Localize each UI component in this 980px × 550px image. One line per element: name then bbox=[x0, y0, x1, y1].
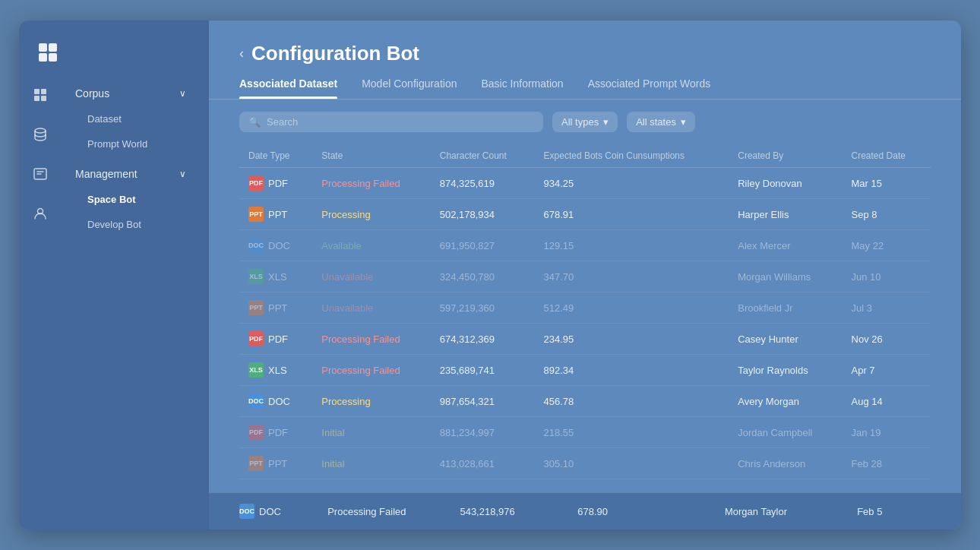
tab-basic-information[interactable]: Basic Information bbox=[481, 77, 563, 99]
cell-state-9: Initial bbox=[312, 448, 430, 479]
cell-created-by-4: Brookfield Jr bbox=[729, 292, 842, 324]
cell-state-8: Initial bbox=[312, 417, 430, 448]
cell-coins-7: 456.78 bbox=[535, 386, 729, 417]
sidebar: Corpus ∨ Dataset Prompt World Management… bbox=[19, 21, 209, 529]
table-body: PDF PDF Processing Failed 874,325,619 93… bbox=[239, 168, 931, 479]
sidebar-icon-corpus[interactable] bbox=[27, 81, 54, 109]
cell-coins-5: 234.95 bbox=[535, 324, 729, 355]
cell-coins-9: 305.10 bbox=[535, 448, 729, 479]
cell-date-5: Nov 26 bbox=[842, 324, 931, 355]
pinned-state: Processing Failed bbox=[327, 506, 460, 517]
filter-states-dropdown[interactable]: All states ▾ bbox=[627, 112, 695, 132]
tab-associated-prompt-words[interactable]: Associated Prompt Words bbox=[588, 77, 711, 99]
cell-state-3: Unavailable bbox=[312, 261, 430, 292]
logo-icon bbox=[34, 39, 62, 66]
table-row[interactable]: PDF PDF Processing Failed 874,325,619 93… bbox=[239, 168, 931, 199]
sidebar-item-prompt-world[interactable]: Prompt World bbox=[66, 132, 195, 156]
file-icon-9: PPT bbox=[248, 456, 264, 471]
cell-created-by-2: Alex Mercer bbox=[729, 230, 842, 261]
col-header-type: Date Type bbox=[239, 144, 312, 168]
page-header: ‹ Configuration Bot bbox=[209, 21, 961, 65]
cell-chars-0: 874,325,619 bbox=[431, 168, 535, 199]
cell-state-0: Processing Failed bbox=[312, 168, 430, 199]
dataset-label: Dataset bbox=[87, 113, 122, 125]
table-controls: 🔍 All types ▾ All states ▾ bbox=[209, 100, 961, 144]
sidebar-icon-prompt[interactable] bbox=[27, 160, 54, 188]
filter-types-chevron-icon: ▾ bbox=[603, 116, 609, 128]
tab-associated-dataset[interactable]: Associated Dataset bbox=[239, 77, 337, 99]
table-row[interactable]: DOC DOC Processing 987,654,321 456.78 Av… bbox=[239, 386, 931, 417]
cell-coins-0: 934.25 bbox=[535, 168, 729, 199]
cell-chars-8: 881,234,997 bbox=[431, 417, 535, 448]
filter-states-label: All states bbox=[636, 116, 676, 128]
svg-rect-2 bbox=[39, 53, 47, 62]
cell-created-by-6: Taylor Raynolds bbox=[729, 355, 842, 386]
cell-type-8: PDF PDF bbox=[239, 417, 312, 448]
sidebar-icon-dataset[interactable] bbox=[27, 121, 54, 148]
table-row[interactable]: PPT PPT Unavailable 597,219,360 512.49 B… bbox=[239, 292, 931, 324]
cell-coins-4: 512.49 bbox=[535, 292, 729, 324]
cell-state-7: Processing bbox=[312, 386, 430, 417]
cell-coins-1: 678.91 bbox=[535, 199, 729, 230]
corpus-chevron-icon: ∨ bbox=[179, 88, 186, 99]
cell-chars-9: 413,028,661 bbox=[431, 448, 535, 479]
cell-chars-5: 674,312,369 bbox=[431, 324, 535, 355]
file-icon-0: PDF bbox=[248, 175, 264, 191]
cell-chars-2: 691,950,827 bbox=[431, 230, 535, 261]
filter-types-label: All types bbox=[561, 116, 599, 128]
tabs-bar: Associated Dataset Model Configuration B… bbox=[209, 65, 961, 100]
cell-coins-2: 129.15 bbox=[535, 230, 729, 261]
cell-created-by-8: Jordan Campbell bbox=[729, 417, 842, 448]
tab-model-configuration[interactable]: Model Configuration bbox=[362, 77, 457, 99]
table-row[interactable]: PPT PPT Initial 413,028,661 305.10 Chris… bbox=[239, 448, 931, 479]
sidebar-item-dataset[interactable]: Dataset bbox=[66, 107, 195, 131]
cell-type-2: DOC DOC bbox=[239, 230, 312, 261]
develop-bot-label: Develop Bot bbox=[87, 219, 141, 230]
cell-state-6: Processing Failed bbox=[312, 355, 430, 386]
search-icon: 🔍 bbox=[248, 116, 261, 128]
col-header-coins: Expected Bots Coin Cunsumptions bbox=[535, 144, 729, 168]
svg-rect-4 bbox=[34, 89, 40, 94]
svg-rect-3 bbox=[49, 53, 57, 62]
pinned-file-icon: DOC bbox=[239, 504, 254, 519]
table-row[interactable]: XLS XLS Processing Failed 235,689,741 89… bbox=[239, 355, 931, 386]
cell-created-by-0: Riley Donovan bbox=[729, 168, 842, 199]
file-icon-5: PDF bbox=[248, 331, 264, 346]
cell-coins-6: 892.34 bbox=[535, 355, 729, 386]
table-row[interactable]: XLS XLS Unavailable 324,450,780 347.70 M… bbox=[239, 261, 931, 292]
filter-types-dropdown[interactable]: All types ▾ bbox=[552, 112, 618, 132]
sidebar-item-space-bot[interactable]: Space Bot bbox=[66, 188, 195, 211]
cell-type-1: PPT PPT bbox=[239, 199, 312, 230]
cell-created-by-5: Casey Hunter bbox=[729, 324, 842, 355]
col-header-created-by: Created By bbox=[729, 144, 842, 168]
sidebar-item-management[interactable]: Management ∨ bbox=[66, 162, 195, 186]
back-button[interactable]: ‹ bbox=[239, 46, 244, 62]
table-row[interactable]: DOC DOC Available 691,950,827 129.15 Ale… bbox=[239, 230, 931, 261]
col-header-chars: Character Count bbox=[431, 144, 535, 168]
table-row[interactable]: PPT PPT Processing 502,178,934 678.91 Ha… bbox=[239, 199, 931, 230]
col-header-state: State bbox=[312, 144, 430, 168]
cell-chars-1: 502,178,934 bbox=[431, 199, 535, 230]
table-row[interactable]: PDF PDF Processing Failed 674,312,369 23… bbox=[239, 324, 931, 355]
cell-date-2: May 22 bbox=[842, 230, 931, 261]
file-icon-3: XLS bbox=[248, 269, 264, 284]
cell-chars-3: 324,450,780 bbox=[431, 261, 535, 292]
pinned-chars: 543,218,976 bbox=[460, 506, 577, 517]
sidebar-icon-management[interactable] bbox=[27, 200, 54, 227]
col-header-created-date: Created Date bbox=[842, 144, 931, 168]
filter-states-chevron-icon: ▾ bbox=[681, 116, 686, 128]
search-input[interactable] bbox=[267, 116, 534, 128]
management-chevron-icon: ∨ bbox=[179, 169, 186, 179]
pinned-created-date: Feb 5 bbox=[857, 506, 931, 517]
table-row[interactable]: PDF PDF Initial 881,234,997 218.55 Jorda… bbox=[239, 417, 931, 448]
app-container: Corpus ∨ Dataset Prompt World Management… bbox=[19, 21, 961, 529]
cell-date-6: Apr 7 bbox=[842, 355, 931, 386]
cell-created-by-7: Avery Morgan bbox=[729, 386, 842, 417]
table-header-row: Date Type State Character Count Expected… bbox=[239, 144, 931, 168]
sidebar-item-corpus[interactable]: Corpus ∨ bbox=[66, 81, 195, 106]
sidebar-item-develop-bot[interactable]: Develop Bot bbox=[66, 213, 195, 236]
file-icon-1: PPT bbox=[248, 207, 264, 222]
file-icon-7: DOC bbox=[248, 394, 264, 409]
cell-state-2: Available bbox=[312, 230, 430, 261]
cell-type-0: PDF PDF bbox=[239, 168, 312, 199]
